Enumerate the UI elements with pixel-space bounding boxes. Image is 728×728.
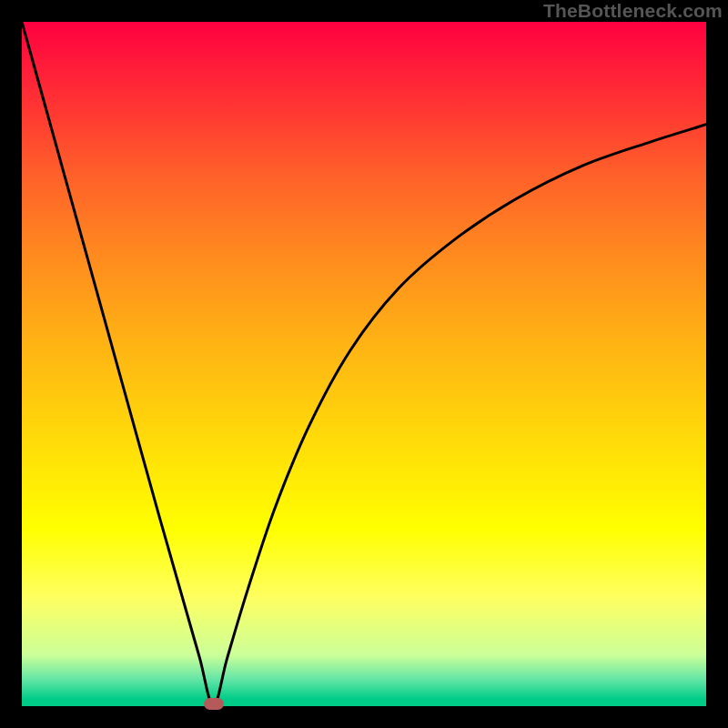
chart-plot-area: [22, 22, 706, 706]
bottleneck-curve: [22, 22, 706, 706]
watermark-text: TheBottleneck.com: [543, 0, 723, 22]
minimum-marker: [204, 698, 224, 710]
chart-outer-frame: TheBottleneck.com: [0, 0, 728, 728]
